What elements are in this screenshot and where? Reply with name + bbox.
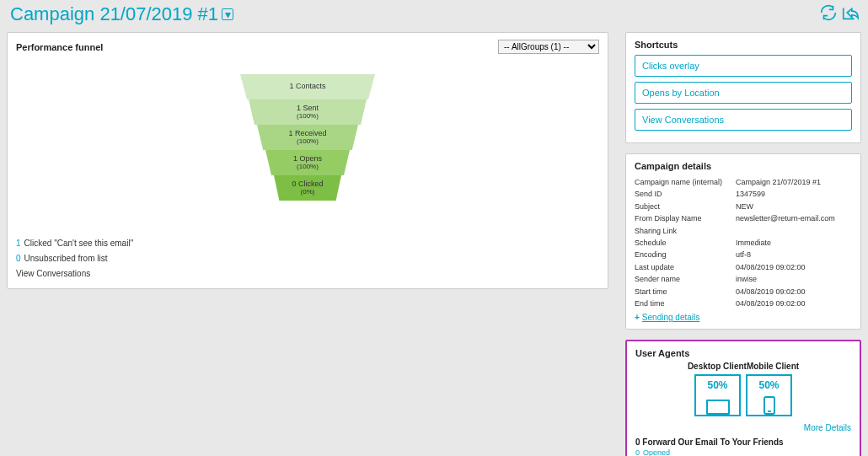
page-title-text: Campaign 21/07/2019 #1 xyxy=(10,3,218,25)
funnel-stage-sent[interactable]: 1 Sent (100%) 0 were not sent xyxy=(249,99,367,125)
detail-row: SubjectNEW xyxy=(635,201,852,212)
shortcut-opens-by-location[interactable]: Opens by Location xyxy=(635,82,852,104)
funnel-stage-clicked[interactable]: 0 Clicked (0%) 1 didn't click xyxy=(274,175,341,201)
detail-row: Send ID1347599 xyxy=(635,188,852,200)
more-details-link[interactable]: More Details xyxy=(635,423,851,432)
funnel-chart: 1 Contacts 1 Sent (100%) 0 were not sent… xyxy=(16,59,599,209)
page-title: Campaign 21/07/2019 #1 ▾ xyxy=(10,3,233,25)
leak-no-click: 1 didn't click xyxy=(346,184,435,192)
detail-row: End time04/08/2019 09:02:00 xyxy=(635,298,852,309)
groups-select[interactable]: -- AllGroups (1) -- xyxy=(498,40,599,54)
detail-row: Encodingutf-8 xyxy=(635,249,852,260)
detail-row: Start time04/08/2019 09:02:00 xyxy=(635,286,852,298)
sending-details-link[interactable]: Sending details xyxy=(635,313,852,322)
funnel-stage-received[interactable]: 1 Received (100%) 0 Bounced xyxy=(257,125,358,150)
shortcuts-heading: Shortcuts xyxy=(635,40,678,50)
details-heading: Campaign details xyxy=(635,161,711,171)
stat-clicked-cant-see[interactable]: 1Clicked "Can't see this email" xyxy=(16,236,599,251)
mobile-icon xyxy=(764,398,775,415)
desktop-icon xyxy=(706,398,730,415)
export-icon[interactable] xyxy=(841,3,860,24)
forward-count: 0 Forward Our Email To Your Friends xyxy=(635,437,851,447)
shortcut-clicks-overlay[interactable]: Clicks overlay xyxy=(635,55,852,77)
view-conversations-link[interactable]: View Conversations xyxy=(16,266,599,282)
detail-row: Sharing Link xyxy=(635,225,852,237)
funnel-stage-opens[interactable]: 1 Opens (100%) 0 didn't open xyxy=(265,150,350,175)
detail-row: Last update04/08/2019 09:02:00 xyxy=(635,261,852,273)
detail-row: Sender nameinwise xyxy=(635,273,852,285)
opened-count[interactable]: 0Opened xyxy=(635,448,851,456)
stat-unsubscribed[interactable]: 0Unsubscribed from list xyxy=(16,251,599,266)
desktop-client-tile[interactable]: 50% xyxy=(694,374,741,416)
detail-row: From Display Namenewsletter@return-email… xyxy=(635,212,852,224)
funnel-stage-contacts[interactable]: 1 Contacts xyxy=(240,74,375,99)
shortcut-view-conversations[interactable]: View Conversations xyxy=(635,109,852,131)
detail-row: ScheduleImmediate xyxy=(635,237,852,249)
user-agents-labels: Desktop ClientMobile Client xyxy=(635,362,851,371)
funnel-heading: Performance funnel xyxy=(16,42,103,52)
leak-bounced: 0 Bounced xyxy=(363,133,447,142)
details-list: Campaign name (internal)Campaign 21/07/2… xyxy=(635,176,852,309)
leak-no-open: 0 didn't open xyxy=(355,158,445,167)
refresh-icon[interactable] xyxy=(819,3,838,24)
leak-not-sent: 0 were not sent xyxy=(372,108,471,116)
mobile-client-tile[interactable]: 50% xyxy=(746,374,792,416)
user-agents-heading: User Agents xyxy=(635,348,851,358)
chevron-down-icon[interactable]: ▾ xyxy=(222,8,233,20)
detail-row: Campaign name (internal)Campaign 21/07/2… xyxy=(635,176,852,188)
